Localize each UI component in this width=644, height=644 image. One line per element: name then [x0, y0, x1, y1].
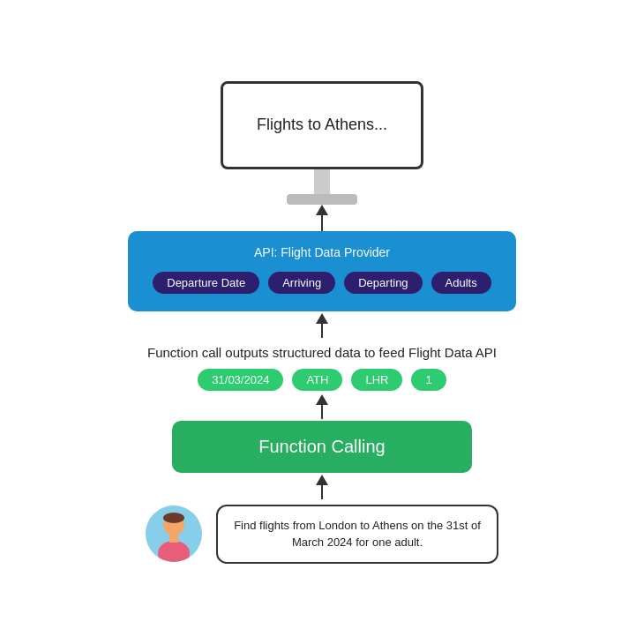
arrow-head-up-icon4 [316, 475, 328, 485]
api-tag-departing: Departing [344, 272, 422, 294]
arrow-to-function [316, 394, 328, 419]
monitor-text: Flights to Athens... [257, 114, 387, 136]
data-tag-adults: 1 [411, 369, 446, 391]
api-title: API: Flight Data Provider [149, 245, 495, 259]
api-tags: Departure Date Arriving Departing Adults [149, 272, 495, 294]
avatar [146, 505, 202, 562]
info-text: Function call outputs structured data to… [147, 343, 497, 362]
svg-point-2 [158, 541, 190, 562]
arrow-head-up-icon3 [316, 394, 328, 405]
monitor-wrap: Flights to Athens... [221, 81, 423, 205]
monitor-stand-base [287, 194, 357, 205]
arrow-line [321, 215, 323, 231]
arrow-to-query [316, 475, 328, 499]
monitor-screen: Flights to Athens... [221, 81, 423, 169]
arrow-line2 [321, 324, 323, 338]
arrow-to-monitor [316, 205, 328, 231]
api-tag-departure: Departure Date [153, 272, 259, 294]
arrow-line3 [321, 405, 323, 419]
data-tag-date: 31/03/2024 [198, 369, 283, 391]
query-text: Find flights from London to Athens on th… [234, 519, 481, 550]
data-tag-lhr: LHR [351, 369, 402, 391]
avatar-svg [150, 509, 198, 562]
svg-rect-3 [169, 534, 178, 543]
data-tag-ath: ATH [292, 369, 342, 391]
svg-point-1 [163, 513, 184, 523]
arrow-head-up-icon [316, 205, 328, 215]
data-tags: 31/03/2024 ATH LHR 1 [198, 369, 446, 391]
function-calling-label: Function Calling [258, 437, 385, 456]
api-tag-adults: Adults [431, 272, 491, 294]
arrow-head-up-icon2 [316, 313, 328, 324]
user-row: Find flights from London to Athens on th… [146, 505, 498, 564]
arrow-line4 [321, 485, 323, 499]
api-box: API: Flight Data Provider Departure Date… [128, 231, 516, 311]
api-tag-arriving: Arriving [268, 272, 335, 294]
function-calling-box: Function Calling [172, 421, 472, 473]
diagram: Flights to Athens... API: Flight Data Pr… [22, 81, 622, 564]
query-box: Find flights from London to Athens on th… [216, 505, 498, 564]
monitor-stand-neck [314, 169, 330, 194]
arrow-to-api [316, 313, 328, 338]
